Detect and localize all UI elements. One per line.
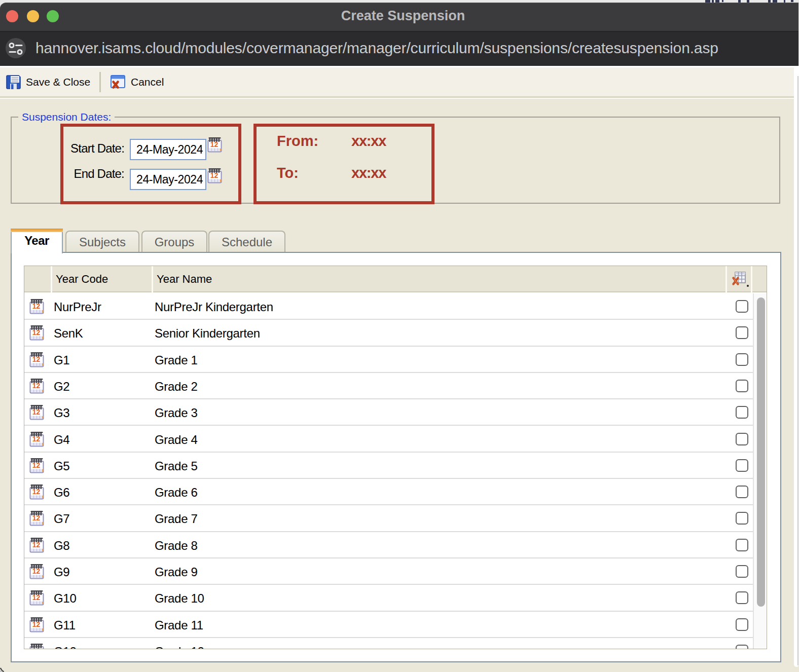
svg-text:12: 12 xyxy=(32,382,41,390)
svg-text:12: 12 xyxy=(32,408,41,416)
svg-text:12: 12 xyxy=(32,620,41,628)
svg-text:12: 12 xyxy=(32,541,41,549)
svg-text:12: 12 xyxy=(32,488,41,496)
svg-text:12: 12 xyxy=(32,355,41,363)
svg-text:12: 12 xyxy=(32,328,41,337)
svg-text:12: 12 xyxy=(32,647,41,649)
svg-text:12: 12 xyxy=(32,514,41,522)
svg-text:12: 12 xyxy=(210,140,219,148)
svg-text:12: 12 xyxy=(32,461,41,469)
svg-text:12: 12 xyxy=(32,302,41,310)
svg-text:12: 12 xyxy=(210,171,219,179)
svg-text:12: 12 xyxy=(32,593,41,602)
svg-text:12: 12 xyxy=(32,435,41,443)
svg-text:12: 12 xyxy=(32,567,41,575)
